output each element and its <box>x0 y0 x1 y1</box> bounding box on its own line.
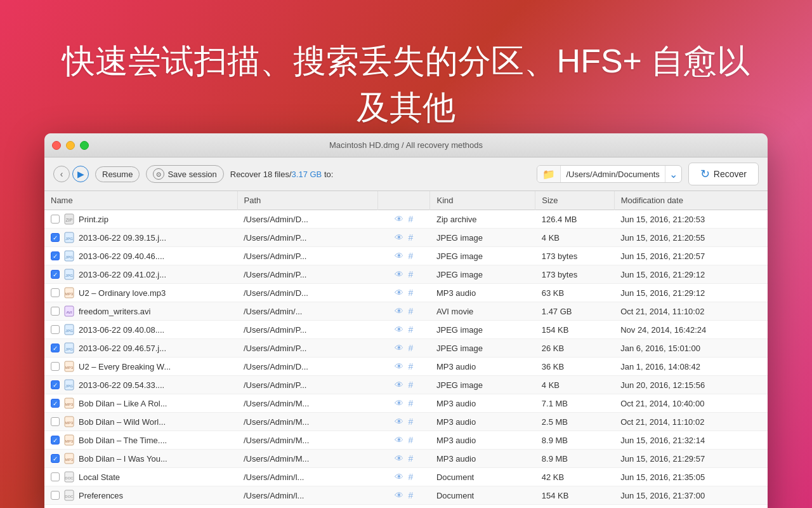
row-checkbox[interactable]: ✓ <box>51 399 60 408</box>
preview-icon[interactable]: 👁 <box>395 361 403 371</box>
row-checkbox[interactable] <box>51 362 60 371</box>
preview-icon[interactable]: 👁 <box>395 472 403 482</box>
cell-date: Jun 15, 2016, 21:29:12 <box>614 265 768 284</box>
row-checkbox[interactable]: ✓ <box>51 270 60 279</box>
preview-icon[interactable]: 👁 <box>395 398 403 408</box>
row-checkbox[interactable]: ✓ <box>51 344 60 352</box>
table-row: ✓ JPG 2013-06-22 09.40.46.... /Users/Adm… <box>44 247 768 265</box>
row-checkbox[interactable] <box>51 491 60 500</box>
cell-date: Jun 15, 2016, 21:29:57 <box>614 450 768 468</box>
recover-button[interactable]: ↻ Recover <box>688 163 759 185</box>
row-checkbox[interactable] <box>51 472 60 481</box>
hash-icon[interactable]: # <box>408 269 413 279</box>
row-checkbox[interactable] <box>51 288 60 297</box>
preview-icon[interactable]: 👁 <box>395 490 403 500</box>
svg-text:JPG: JPG <box>65 274 73 277</box>
row-checkbox[interactable] <box>51 325 60 334</box>
hash-icon[interactable]: # <box>408 214 413 224</box>
svg-text:AVI: AVI <box>66 311 72 314</box>
maximize-button[interactable] <box>80 141 89 150</box>
file-name: 2013-06-22 09.40.46.... <box>79 251 164 261</box>
preview-icon[interactable]: 👁 <box>395 453 403 464</box>
hash-icon[interactable]: # <box>408 380 413 390</box>
preview-icon[interactable]: 👁 <box>395 232 403 243</box>
traffic-lights <box>52 141 89 150</box>
hash-icon[interactable]: # <box>408 232 413 243</box>
file-name: 2013-06-22 09.46.57.j... <box>79 344 166 353</box>
hash-icon[interactable]: # <box>408 324 413 335</box>
cell-name: MP3 U2 – Every Breaking W... <box>44 358 237 376</box>
save-session-button[interactable]: ⊙ Save session <box>146 165 223 183</box>
preview-icon[interactable]: 👁 <box>395 269 403 279</box>
svg-text:MP3: MP3 <box>65 403 74 406</box>
row-checkbox[interactable] <box>51 307 60 316</box>
file-name: U2 – Ordinary love.mp3 <box>79 288 166 298</box>
row-checkbox[interactable]: ✓ <box>51 380 60 389</box>
hash-icon[interactable]: # <box>408 288 413 298</box>
folder-icon: 📁 <box>537 166 561 182</box>
preview-icon[interactable]: 👁 <box>395 435 403 445</box>
cell-size: 4 KB <box>535 229 614 247</box>
preview-icon[interactable]: 👁 <box>395 288 403 298</box>
preview-icon[interactable]: 👁 <box>395 251 403 261</box>
hash-icon[interactable]: # <box>408 361 413 371</box>
hash-icon[interactable]: # <box>408 398 413 408</box>
file-name: 2013-06-22 09.40.08.... <box>79 325 164 335</box>
svg-text:MP3: MP3 <box>65 439 74 443</box>
row-checkbox[interactable] <box>51 215 60 224</box>
row-checkbox[interactable]: ✓ <box>51 436 60 444</box>
cell-actions: 👁 # <box>377 302 430 321</box>
svg-text:MP3: MP3 <box>65 292 74 296</box>
row-checkbox[interactable]: ✓ <box>51 233 60 242</box>
cell-size: 173 bytes <box>535 265 614 284</box>
close-button[interactable] <box>52 141 61 150</box>
play-button[interactable]: ▶ <box>72 166 89 182</box>
preview-icon[interactable]: 👁 <box>395 306 403 316</box>
resume-button[interactable]: Resume <box>95 166 140 182</box>
cell-kind: Zip archive <box>430 210 535 229</box>
cell-kind: MP3 audio <box>430 358 535 376</box>
preview-icon[interactable]: 👁 <box>395 343 403 353</box>
path-text: /Users/Admin/Documents <box>561 170 664 179</box>
path-bar[interactable]: 📁 /Users/Admin/Documents ⌄ <box>537 165 681 183</box>
row-checkbox[interactable]: ✓ <box>51 251 60 260</box>
minimize-button[interactable] <box>66 141 75 150</box>
hash-icon[interactable]: # <box>408 306 413 316</box>
cell-date: Jun 15, 2016, 21:32:14 <box>614 431 768 450</box>
hash-icon[interactable]: # <box>408 453 413 464</box>
table-row: ✓ JPG 2013-06-22 09.46.57.j... /Users/Ad… <box>44 339 768 358</box>
hash-icon[interactable]: # <box>408 343 413 353</box>
titlebar: Macintosh HD.dmg / All recovery methods <box>44 133 768 157</box>
cell-name: ✓ JPG 2013-06-22 09.40.46.... <box>44 247 237 265</box>
cell-size: 1.47 GB <box>535 302 614 321</box>
table-row: ✓ MP3 Bob Dilan – I Was You... /Users/Ad… <box>44 450 768 468</box>
cell-actions: 👁 # <box>377 486 430 505</box>
file-type-icon: DOC <box>63 471 75 483</box>
hash-icon[interactable]: # <box>408 490 413 500</box>
cell-kind: JPEG image <box>430 339 535 358</box>
cell-kind: AVI movie <box>430 302 535 321</box>
path-dropdown-button[interactable]: ⌄ <box>665 166 681 182</box>
col-header-path: Path <box>237 191 377 210</box>
col-header-icons <box>377 191 430 210</box>
svg-text:MP3: MP3 <box>65 366 74 370</box>
back-button[interactable]: ‹ <box>53 166 70 182</box>
file-type-icon: JPG <box>63 324 75 335</box>
cell-size: 42 KB <box>535 468 614 486</box>
table-row: JPG 2013-06-22 09.40.08.... /Users/Admin… <box>44 321 768 339</box>
hash-icon[interactable]: # <box>408 435 413 445</box>
cell-kind: MP3 audio <box>430 413 535 431</box>
preview-icon[interactable]: 👁 <box>395 324 403 335</box>
hash-icon[interactable]: # <box>408 417 413 427</box>
preview-icon[interactable]: 👁 <box>395 214 403 224</box>
cell-name: ✓ JPG 2013-06-22 09.54.33.... <box>44 376 237 394</box>
preview-icon[interactable]: 👁 <box>395 417 403 427</box>
hash-icon[interactable]: # <box>408 251 413 261</box>
preview-icon[interactable]: 👁 <box>395 380 403 390</box>
table-row: DOC Preferences /Users/Admin/l... 👁 # Do… <box>44 486 768 505</box>
cell-actions: 👁 # <box>377 431 430 450</box>
row-checkbox[interactable]: ✓ <box>51 454 60 463</box>
row-checkbox[interactable] <box>51 417 60 426</box>
hash-icon[interactable]: # <box>408 472 413 482</box>
save-label: Save session <box>167 170 216 179</box>
